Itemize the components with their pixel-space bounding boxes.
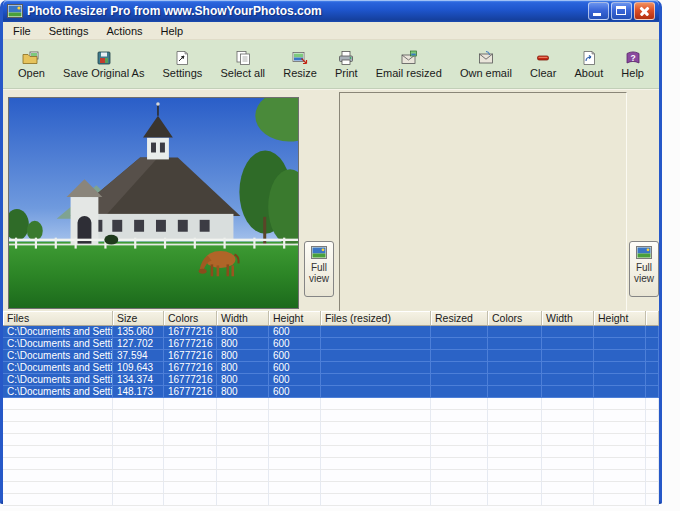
table-cell-colors[interactable] xyxy=(164,446,217,458)
table-cell-file[interactable] xyxy=(3,398,113,410)
table-cell-file[interactable]: C:\Documents and Setti... xyxy=(3,362,113,374)
table-cell-width2[interactable] xyxy=(542,446,594,458)
table-cell-colors2[interactable] xyxy=(488,398,542,410)
table-cell-height[interactable] xyxy=(269,482,321,494)
table-cell-resized[interactable] xyxy=(431,338,488,350)
minimize-button[interactable] xyxy=(588,2,609,20)
column-header-size[interactable]: Size xyxy=(113,311,164,326)
table-cell-width[interactable] xyxy=(217,458,269,470)
table-cell-file[interactable]: C:\Documents and Setti... xyxy=(3,350,113,362)
toolbar-button-about[interactable]: About xyxy=(571,49,606,80)
table-cell-width2[interactable] xyxy=(542,398,594,410)
table-cell-height[interactable] xyxy=(269,446,321,458)
table-cell-resized[interactable] xyxy=(431,326,488,338)
column-header-height[interactable]: Height xyxy=(269,311,321,326)
table-cell-colors2[interactable] xyxy=(488,458,542,470)
table-row[interactable] xyxy=(3,422,659,434)
table-cell-width2[interactable] xyxy=(542,458,594,470)
table-cell-colors2[interactable] xyxy=(488,374,542,386)
table-cell-width[interactable]: 800 xyxy=(217,362,269,374)
table-cell-size[interactable] xyxy=(113,398,164,410)
toolbar-button-resize[interactable]: Resize xyxy=(280,49,320,80)
close-button[interactable] xyxy=(634,2,655,20)
table-cell-colors[interactable]: 16777216 xyxy=(164,326,217,338)
table-cell-file[interactable] xyxy=(3,470,113,482)
menu-item-help[interactable]: Help xyxy=(159,24,186,38)
table-cell-width[interactable] xyxy=(217,422,269,434)
table-cell-size[interactable] xyxy=(113,410,164,422)
table-cell-resized[interactable] xyxy=(431,434,488,446)
table-cell-colors[interactable]: 16777216 xyxy=(164,350,217,362)
table-cell-height[interactable]: 600 xyxy=(269,326,321,338)
table-cell-file[interactable]: C:\Documents and Setti... xyxy=(3,374,113,386)
table-cell-size[interactable]: 134.374 xyxy=(113,374,164,386)
table-cell-colors2[interactable] xyxy=(488,386,542,398)
table-cell-file_resized[interactable] xyxy=(321,446,431,458)
table-cell-width[interactable] xyxy=(217,398,269,410)
table-cell-height2[interactable] xyxy=(594,422,646,434)
table-cell-colors[interactable] xyxy=(164,494,217,506)
table-cell-height[interactable] xyxy=(269,434,321,446)
table-cell-height[interactable] xyxy=(269,470,321,482)
table-cell-resized[interactable] xyxy=(431,494,488,506)
table-cell-width2[interactable] xyxy=(542,482,594,494)
table-cell-file[interactable] xyxy=(3,434,113,446)
table-row[interactable] xyxy=(3,434,659,446)
table-cell-width2[interactable] xyxy=(542,386,594,398)
table-cell-colors[interactable] xyxy=(164,470,217,482)
table-cell-width2[interactable] xyxy=(542,410,594,422)
table-cell-resized[interactable] xyxy=(431,458,488,470)
table-cell-file[interactable] xyxy=(3,482,113,494)
toolbar-button-select-all[interactable]: Select all xyxy=(217,49,268,80)
table-cell-resized[interactable] xyxy=(431,422,488,434)
table-cell-file[interactable] xyxy=(3,458,113,470)
table-cell-size[interactable]: 148.173 xyxy=(113,386,164,398)
full-view-button-original[interactable]: Full view xyxy=(304,241,334,297)
table-row[interactable] xyxy=(3,398,659,410)
table-cell-file[interactable] xyxy=(3,494,113,506)
table-cell-width[interactable] xyxy=(217,482,269,494)
table-cell-colors2[interactable] xyxy=(488,362,542,374)
table-cell-height[interactable]: 600 xyxy=(269,362,321,374)
table-row[interactable]: C:\Documents and Setti...135.06016777216… xyxy=(3,326,659,338)
table-cell-size[interactable] xyxy=(113,482,164,494)
table-cell-colors2[interactable] xyxy=(488,350,542,362)
table-row[interactable] xyxy=(3,470,659,482)
table-cell-resized[interactable] xyxy=(431,386,488,398)
table-cell-size[interactable] xyxy=(113,434,164,446)
table-cell-resized[interactable] xyxy=(431,398,488,410)
table-cell-height2[interactable] xyxy=(594,458,646,470)
table-cell-width2[interactable] xyxy=(542,326,594,338)
table-cell-width2[interactable] xyxy=(542,350,594,362)
table-cell-height2[interactable] xyxy=(594,410,646,422)
table-row[interactable] xyxy=(3,482,659,494)
table-cell-size[interactable]: 135.060 xyxy=(113,326,164,338)
table-cell-height2[interactable] xyxy=(594,470,646,482)
table-cell-colors2[interactable] xyxy=(488,470,542,482)
table-cell-file[interactable]: C:\Documents and Setti... xyxy=(3,338,113,350)
table-cell-height2[interactable] xyxy=(594,494,646,506)
table-cell-width[interactable] xyxy=(217,410,269,422)
table-cell-colors[interactable] xyxy=(164,422,217,434)
table-cell-width[interactable] xyxy=(217,446,269,458)
table-cell-width[interactable]: 800 xyxy=(217,386,269,398)
table-cell-colors[interactable] xyxy=(164,458,217,470)
column-header-width-resized[interactable]: Width xyxy=(542,311,594,326)
table-cell-height[interactable]: 600 xyxy=(269,338,321,350)
table-cell-colors2[interactable] xyxy=(488,422,542,434)
column-header-width[interactable]: Width xyxy=(217,311,269,326)
table-cell-colors2[interactable] xyxy=(488,446,542,458)
table-cell-file_resized[interactable] xyxy=(321,494,431,506)
maximize-button[interactable] xyxy=(611,2,632,20)
table-cell-width2[interactable] xyxy=(542,338,594,350)
toolbar-button-email-resized[interactable]: Email resized xyxy=(373,49,445,80)
table-cell-colors2[interactable] xyxy=(488,326,542,338)
table-cell-resized[interactable] xyxy=(431,350,488,362)
table-cell-width2[interactable] xyxy=(542,494,594,506)
table-cell-width[interactable] xyxy=(217,470,269,482)
table-row[interactable]: C:\Documents and Setti...134.37416777216… xyxy=(3,374,659,386)
table-cell-file_resized[interactable] xyxy=(321,386,431,398)
table-cell-width2[interactable] xyxy=(542,422,594,434)
table-cell-colors[interactable]: 16777216 xyxy=(164,338,217,350)
table-cell-width2[interactable] xyxy=(542,362,594,374)
